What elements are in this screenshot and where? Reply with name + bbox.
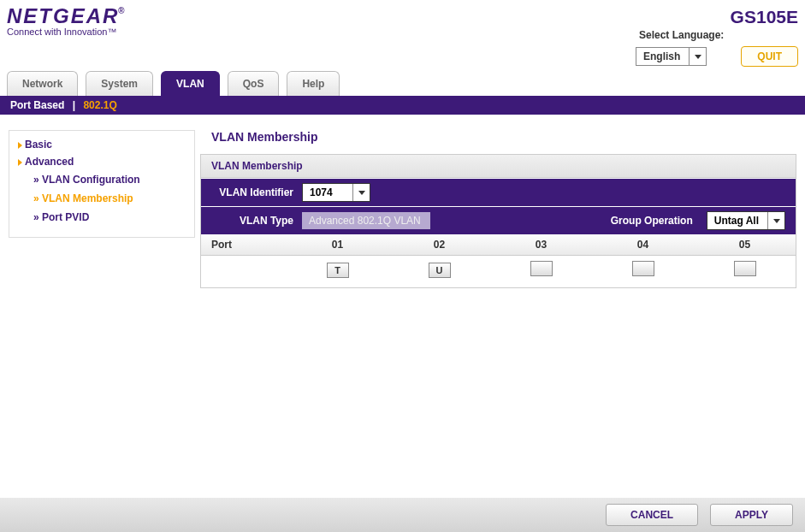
port-table: Port0102030405 TU — [201, 234, 796, 287]
vlan-type-label: VLAN Type — [211, 215, 293, 227]
port-state-05[interactable] — [734, 261, 756, 276]
sidebar: Basic Advanced VLAN Configuration VLAN M… — [9, 130, 195, 238]
panel-title: VLAN Membership — [201, 155, 796, 178]
quit-button[interactable]: QUIT — [741, 46, 798, 67]
tab-network[interactable]: Network — [7, 71, 78, 96]
port-state-01[interactable]: T — [327, 263, 349, 278]
vlan-id-label: VLAN Identifier — [211, 186, 293, 198]
sidebar-item-vlan-membership[interactable]: VLAN Membership — [18, 189, 186, 208]
port-col-03: 03 — [490, 234, 592, 256]
subtab-bar: Port Based | 802.1Q — [0, 96, 805, 115]
port-col-02: 02 — [388, 234, 490, 256]
sidebar-item-advanced[interactable]: Advanced — [18, 153, 186, 170]
sidebar-item-vlan-configuration[interactable]: VLAN Configuration — [18, 170, 186, 189]
vlan-id-select[interactable]: 1074 — [302, 183, 370, 202]
tab-qos[interactable]: QoS — [228, 71, 280, 96]
port-state-02[interactable]: U — [429, 263, 451, 278]
cancel-button[interactable]: CANCEL — [606, 504, 698, 526]
subtab-8021q[interactable]: 802.1Q — [83, 99, 116, 111]
group-op-select[interactable]: Untag All — [707, 211, 785, 230]
sidebar-item-basic[interactable]: Basic — [18, 136, 186, 153]
tab-system[interactable]: System — [86, 71, 153, 96]
brand-logo: NETGEAR® — [7, 4, 119, 28]
language-label: Select Language: — [639, 29, 724, 41]
language-select[interactable]: English — [636, 47, 707, 66]
port-header: Port — [201, 234, 287, 256]
port-col-04: 04 — [592, 234, 694, 256]
tab-help[interactable]: Help — [287, 71, 340, 96]
chevron-down-icon — [767, 212, 784, 229]
port-state-04[interactable] — [632, 261, 654, 276]
port-col-05: 05 — [694, 234, 796, 256]
group-op-label: Group Operation — [611, 215, 693, 227]
chevron-down-icon — [689, 48, 706, 65]
vlan-type-value: Advanced 802.1Q VLAN — [302, 212, 430, 229]
port-state-03[interactable] — [530, 261, 553, 276]
apply-button[interactable]: APPLY — [710, 504, 793, 526]
page-title: VLAN Membership — [200, 130, 796, 144]
tab-vlan[interactable]: VLAN — [161, 71, 220, 96]
chevron-down-icon — [352, 184, 370, 201]
subtab-port-based[interactable]: Port Based — [10, 99, 64, 111]
vlan-membership-panel: VLAN Membership VLAN Identifier 1074 VLA… — [200, 154, 796, 288]
model-label: GS105E — [731, 7, 798, 27]
port-col-01: 01 — [287, 234, 388, 256]
sidebar-item-port-pvid[interactable]: Port PVID — [18, 208, 186, 227]
